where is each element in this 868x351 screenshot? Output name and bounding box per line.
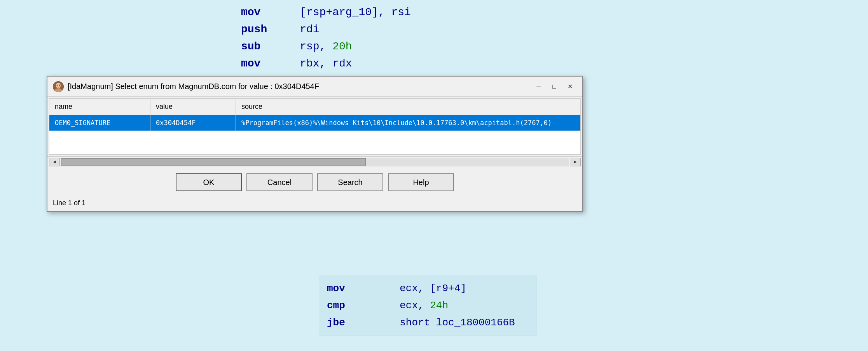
minimize-button[interactable]: ─ xyxy=(532,81,546,93)
bg-code-line: jbe short loc_18000166B xyxy=(327,314,528,331)
table-row[interactable]: OEM0_SIGNATURE 0x304D454F %ProgramFiles(… xyxy=(49,115,580,131)
bg-code-line: mov [rsp+arg_10], rsi xyxy=(241,4,498,21)
scroll-track[interactable] xyxy=(61,158,569,166)
cell-source: %ProgramFiles(x86)%\Windows Kits\10\Incl… xyxy=(236,115,580,131)
bg-code-line: cmp ecx, 24h xyxy=(327,297,528,314)
column-value: value xyxy=(150,99,236,115)
button-area: OK Cancel Search Help xyxy=(47,167,582,197)
results-table: name value source OEM0_SIGNATURE 0x304D4… xyxy=(49,98,581,155)
bg-code-line: push rdi xyxy=(241,21,498,38)
status-bar: Line 1 of 1 xyxy=(47,197,582,211)
table-empty-space xyxy=(49,131,580,154)
cancel-button[interactable]: Cancel xyxy=(246,173,313,191)
column-source: source xyxy=(236,99,580,115)
title-controls: ─ □ ✕ xyxy=(532,81,577,93)
dialog: [IdaMagnum] Select enum from MagnumDB.co… xyxy=(47,76,583,212)
bg-code-line: mov ecx, [r9+4] xyxy=(327,280,528,297)
close-button[interactable]: ✕ xyxy=(563,81,577,93)
title-bar-left: [IdaMagnum] Select enum from MagnumDB.co… xyxy=(53,81,319,92)
horizontal-scrollbar[interactable]: ◀ ▶ xyxy=(47,156,582,167)
table-header: name value source xyxy=(49,99,580,115)
cell-name: OEM0_SIGNATURE xyxy=(49,115,150,131)
svg-point-4 xyxy=(59,84,60,86)
scroll-thumb[interactable] xyxy=(61,158,366,166)
background-code-bottom: mov ecx, [r9+4] cmp ecx, 24h jbe short l… xyxy=(319,276,536,335)
help-button[interactable]: Help xyxy=(388,173,454,191)
column-name: name xyxy=(49,99,150,115)
cell-value: 0x304D454F xyxy=(150,115,236,131)
dialog-title: [IdaMagnum] Select enum from MagnumDB.co… xyxy=(68,82,319,91)
scroll-left-button[interactable]: ◀ xyxy=(49,158,60,166)
bg-code-line: mov rbx, rdx xyxy=(241,55,498,72)
status-text: Line 1 of 1 xyxy=(53,199,86,207)
restore-button[interactable]: □ xyxy=(547,81,561,93)
ok-button[interactable]: OK xyxy=(176,173,242,191)
bg-code-line: sub rsp, 20h xyxy=(241,38,498,55)
svg-point-3 xyxy=(57,84,58,86)
search-button[interactable]: Search xyxy=(317,173,383,191)
scroll-right-button[interactable]: ▶ xyxy=(570,158,581,166)
title-bar: [IdaMagnum] Select enum from MagnumDB.co… xyxy=(47,77,582,97)
app-icon xyxy=(53,81,64,92)
